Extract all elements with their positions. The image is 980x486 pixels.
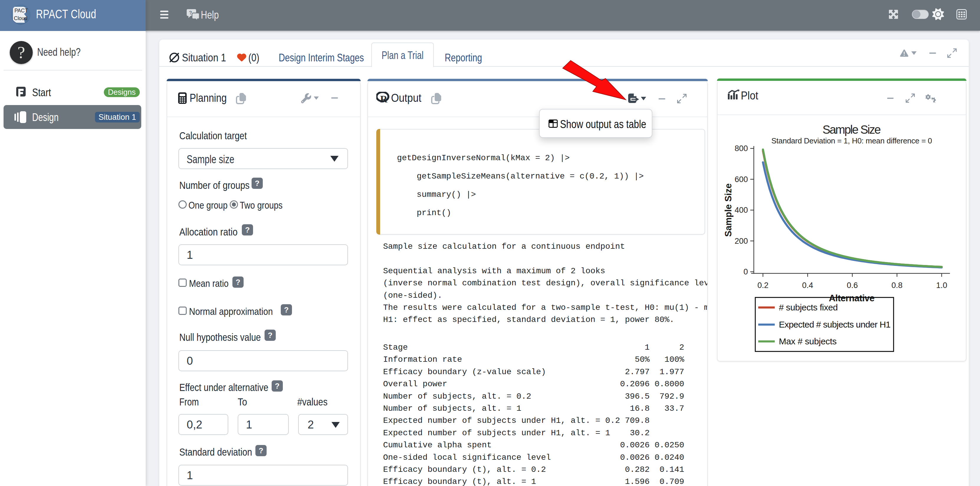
svg-text:0.6: 0.6	[847, 281, 858, 290]
svg-text:1.0: 1.0	[936, 281, 947, 290]
svg-text:Alternative: Alternative	[829, 293, 875, 303]
svg-text:?: ?	[189, 10, 192, 16]
svg-text:Sample Size: Sample Size	[822, 123, 881, 136]
svg-text:0.4: 0.4	[802, 281, 813, 290]
svg-text:Cloud: Cloud	[14, 15, 27, 21]
svg-text:600: 600	[735, 175, 748, 184]
svg-text:800: 800	[735, 144, 748, 153]
svg-text:400: 400	[735, 206, 748, 215]
svg-text:0: 0	[743, 267, 748, 276]
svg-text:0.8: 0.8	[891, 281, 903, 290]
svg-text:PACT: PACT	[14, 8, 28, 14]
svg-text:Sample Size: Sample Size	[723, 183, 733, 237]
svg-text:Standard Deviation = 1, H0: me: Standard Deviation = 1, H0: mean differe…	[772, 136, 932, 145]
svg-text:R: R	[380, 94, 388, 104]
svg-text:Expected # subjects under H1: Expected # subjects under H1	[779, 320, 891, 329]
svg-text:Max # subjects: Max # subjects	[779, 336, 837, 346]
svg-text:# subjects fixed: # subjects fixed	[779, 303, 838, 312]
svg-text:200: 200	[735, 237, 748, 245]
svg-text:0.2: 0.2	[757, 281, 768, 290]
